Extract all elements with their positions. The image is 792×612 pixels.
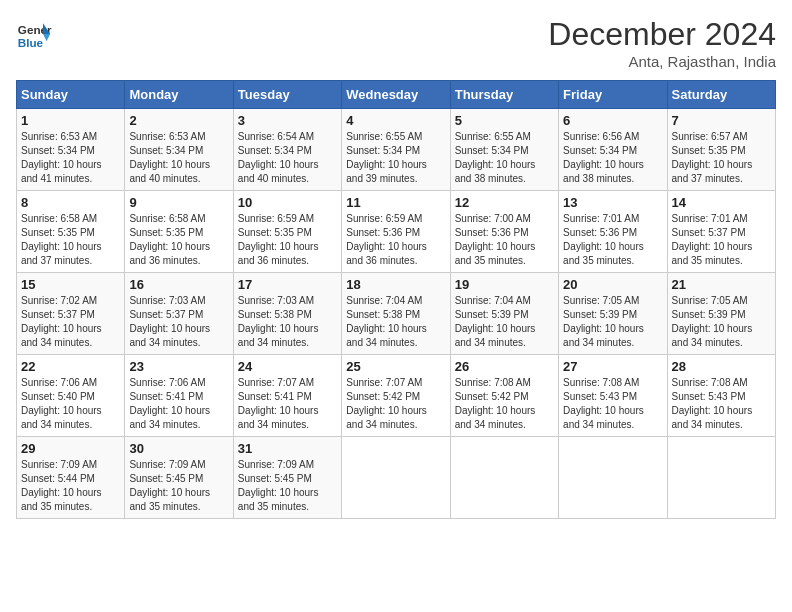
day-number: 30 — [129, 441, 228, 456]
day-number: 26 — [455, 359, 554, 374]
day-info: Sunrise: 7:08 AMSunset: 5:43 PMDaylight:… — [563, 376, 662, 432]
day-info: Sunrise: 7:06 AMSunset: 5:41 PMDaylight:… — [129, 376, 228, 432]
month-title: December 2024 — [548, 16, 776, 53]
day-number: 12 — [455, 195, 554, 210]
table-row: 29Sunrise: 7:09 AMSunset: 5:44 PMDayligh… — [17, 437, 125, 519]
day-number: 19 — [455, 277, 554, 292]
calendar-table: Sunday Monday Tuesday Wednesday Thursday… — [16, 80, 776, 519]
day-number: 31 — [238, 441, 337, 456]
day-number: 16 — [129, 277, 228, 292]
day-info: Sunrise: 7:00 AMSunset: 5:36 PMDaylight:… — [455, 212, 554, 268]
table-row: 25Sunrise: 7:07 AMSunset: 5:42 PMDayligh… — [342, 355, 450, 437]
header-wednesday: Wednesday — [342, 81, 450, 109]
day-info: Sunrise: 7:02 AMSunset: 5:37 PMDaylight:… — [21, 294, 120, 350]
table-row: 8Sunrise: 6:58 AMSunset: 5:35 PMDaylight… — [17, 191, 125, 273]
day-number: 29 — [21, 441, 120, 456]
table-row: 27Sunrise: 7:08 AMSunset: 5:43 PMDayligh… — [559, 355, 667, 437]
day-info: Sunrise: 7:08 AMSunset: 5:42 PMDaylight:… — [455, 376, 554, 432]
day-number: 20 — [563, 277, 662, 292]
table-row: 10Sunrise: 6:59 AMSunset: 5:35 PMDayligh… — [233, 191, 341, 273]
table-row: 6Sunrise: 6:56 AMSunset: 5:34 PMDaylight… — [559, 109, 667, 191]
day-info: Sunrise: 7:09 AMSunset: 5:45 PMDaylight:… — [129, 458, 228, 514]
day-number: 8 — [21, 195, 120, 210]
day-info: Sunrise: 6:59 AMSunset: 5:35 PMDaylight:… — [238, 212, 337, 268]
day-info: Sunrise: 6:54 AMSunset: 5:34 PMDaylight:… — [238, 130, 337, 186]
day-number: 15 — [21, 277, 120, 292]
day-number: 23 — [129, 359, 228, 374]
day-info: Sunrise: 7:08 AMSunset: 5:43 PMDaylight:… — [672, 376, 771, 432]
day-number: 24 — [238, 359, 337, 374]
calendar-row: 22Sunrise: 7:06 AMSunset: 5:40 PMDayligh… — [17, 355, 776, 437]
day-info: Sunrise: 7:04 AMSunset: 5:39 PMDaylight:… — [455, 294, 554, 350]
title-area: December 2024 Anta, Rajasthan, India — [548, 16, 776, 70]
day-info: Sunrise: 7:03 AMSunset: 5:37 PMDaylight:… — [129, 294, 228, 350]
table-row: 13Sunrise: 7:01 AMSunset: 5:36 PMDayligh… — [559, 191, 667, 273]
table-row: 19Sunrise: 7:04 AMSunset: 5:39 PMDayligh… — [450, 273, 558, 355]
day-info: Sunrise: 7:01 AMSunset: 5:36 PMDaylight:… — [563, 212, 662, 268]
table-row: 17Sunrise: 7:03 AMSunset: 5:38 PMDayligh… — [233, 273, 341, 355]
table-row: 23Sunrise: 7:06 AMSunset: 5:41 PMDayligh… — [125, 355, 233, 437]
day-info: Sunrise: 6:58 AMSunset: 5:35 PMDaylight:… — [21, 212, 120, 268]
table-row: 16Sunrise: 7:03 AMSunset: 5:37 PMDayligh… — [125, 273, 233, 355]
day-number: 10 — [238, 195, 337, 210]
weekday-header-row: Sunday Monday Tuesday Wednesday Thursday… — [17, 81, 776, 109]
day-info: Sunrise: 7:06 AMSunset: 5:40 PMDaylight:… — [21, 376, 120, 432]
calendar-row: 29Sunrise: 7:09 AMSunset: 5:44 PMDayligh… — [17, 437, 776, 519]
day-info: Sunrise: 6:59 AMSunset: 5:36 PMDaylight:… — [346, 212, 445, 268]
day-info: Sunrise: 7:05 AMSunset: 5:39 PMDaylight:… — [563, 294, 662, 350]
day-info: Sunrise: 6:55 AMSunset: 5:34 PMDaylight:… — [346, 130, 445, 186]
table-row: 12Sunrise: 7:00 AMSunset: 5:36 PMDayligh… — [450, 191, 558, 273]
header-tuesday: Tuesday — [233, 81, 341, 109]
header-saturday: Saturday — [667, 81, 775, 109]
day-number: 27 — [563, 359, 662, 374]
day-info: Sunrise: 6:57 AMSunset: 5:35 PMDaylight:… — [672, 130, 771, 186]
day-number: 28 — [672, 359, 771, 374]
day-info: Sunrise: 7:09 AMSunset: 5:44 PMDaylight:… — [21, 458, 120, 514]
table-row — [559, 437, 667, 519]
day-info: Sunrise: 7:01 AMSunset: 5:37 PMDaylight:… — [672, 212, 771, 268]
table-row: 5Sunrise: 6:55 AMSunset: 5:34 PMDaylight… — [450, 109, 558, 191]
calendar-row: 1Sunrise: 6:53 AMSunset: 5:34 PMDaylight… — [17, 109, 776, 191]
table-row: 1Sunrise: 6:53 AMSunset: 5:34 PMDaylight… — [17, 109, 125, 191]
header-monday: Monday — [125, 81, 233, 109]
table-row — [667, 437, 775, 519]
day-number: 25 — [346, 359, 445, 374]
day-info: Sunrise: 7:09 AMSunset: 5:45 PMDaylight:… — [238, 458, 337, 514]
svg-marker-3 — [43, 34, 50, 41]
table-row: 9Sunrise: 6:58 AMSunset: 5:35 PMDaylight… — [125, 191, 233, 273]
table-row: 4Sunrise: 6:55 AMSunset: 5:34 PMDaylight… — [342, 109, 450, 191]
table-row: 24Sunrise: 7:07 AMSunset: 5:41 PMDayligh… — [233, 355, 341, 437]
day-info: Sunrise: 6:53 AMSunset: 5:34 PMDaylight:… — [21, 130, 120, 186]
table-row: 28Sunrise: 7:08 AMSunset: 5:43 PMDayligh… — [667, 355, 775, 437]
table-row: 20Sunrise: 7:05 AMSunset: 5:39 PMDayligh… — [559, 273, 667, 355]
day-info: Sunrise: 6:58 AMSunset: 5:35 PMDaylight:… — [129, 212, 228, 268]
day-number: 21 — [672, 277, 771, 292]
day-number: 7 — [672, 113, 771, 128]
table-row: 11Sunrise: 6:59 AMSunset: 5:36 PMDayligh… — [342, 191, 450, 273]
day-number: 18 — [346, 277, 445, 292]
table-row — [450, 437, 558, 519]
table-row: 7Sunrise: 6:57 AMSunset: 5:35 PMDaylight… — [667, 109, 775, 191]
day-number: 2 — [129, 113, 228, 128]
header-friday: Friday — [559, 81, 667, 109]
location-subtitle: Anta, Rajasthan, India — [548, 53, 776, 70]
day-number: 14 — [672, 195, 771, 210]
day-number: 22 — [21, 359, 120, 374]
day-number: 5 — [455, 113, 554, 128]
day-number: 9 — [129, 195, 228, 210]
day-info: Sunrise: 7:04 AMSunset: 5:38 PMDaylight:… — [346, 294, 445, 350]
table-row: 22Sunrise: 7:06 AMSunset: 5:40 PMDayligh… — [17, 355, 125, 437]
day-number: 1 — [21, 113, 120, 128]
table-row: 31Sunrise: 7:09 AMSunset: 5:45 PMDayligh… — [233, 437, 341, 519]
day-info: Sunrise: 7:05 AMSunset: 5:39 PMDaylight:… — [672, 294, 771, 350]
day-number: 6 — [563, 113, 662, 128]
day-info: Sunrise: 7:03 AMSunset: 5:38 PMDaylight:… — [238, 294, 337, 350]
header-sunday: Sunday — [17, 81, 125, 109]
header-thursday: Thursday — [450, 81, 558, 109]
svg-text:Blue: Blue — [18, 36, 44, 49]
day-info: Sunrise: 6:55 AMSunset: 5:34 PMDaylight:… — [455, 130, 554, 186]
calendar-row: 8Sunrise: 6:58 AMSunset: 5:35 PMDaylight… — [17, 191, 776, 273]
table-row: 21Sunrise: 7:05 AMSunset: 5:39 PMDayligh… — [667, 273, 775, 355]
logo: General Blue — [16, 16, 52, 52]
table-row — [342, 437, 450, 519]
